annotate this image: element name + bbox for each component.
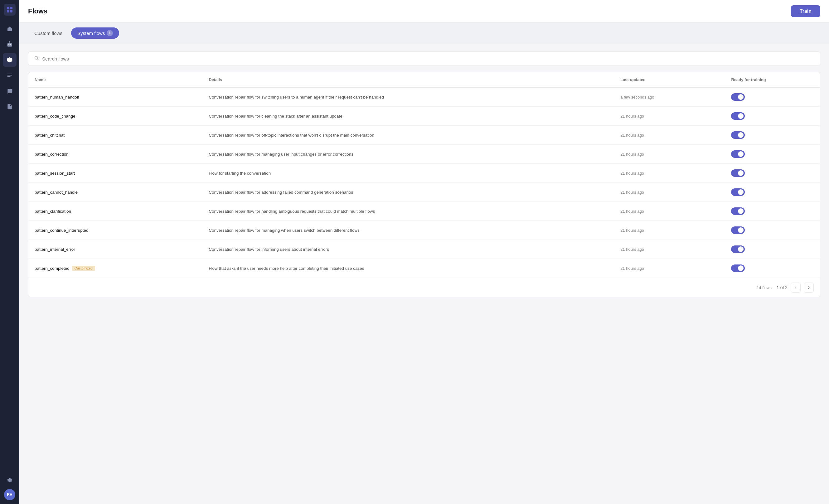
ready-toggle-3[interactable] (731, 150, 745, 158)
ready-toggle-1[interactable] (731, 112, 745, 120)
table: Name Details Last updated Ready for trai… (28, 72, 820, 278)
svg-line-14 (37, 59, 39, 60)
ready-toggle-0[interactable] (731, 93, 745, 101)
avatar[interactable]: RH (4, 489, 15, 500)
cell-ready-0 (725, 87, 820, 107)
flow-name: pattern_chitchat (35, 133, 65, 138)
sidebar: RH (0, 0, 19, 504)
svg-rect-11 (7, 75, 12, 75)
sidebar-item-settings[interactable] (3, 473, 16, 487)
cell-ready-3 (725, 145, 820, 164)
cell-details-1: Conversation repair flow for cleaning th… (203, 107, 614, 126)
svg-rect-12 (7, 76, 11, 77)
table-row: pattern_continue_interrupted Conversatio… (28, 221, 820, 240)
ready-toggle-7[interactable] (731, 226, 745, 234)
info-icon: ℹ (107, 30, 113, 36)
cell-details-5: Conversation repair flow for addressing … (203, 183, 614, 202)
cell-ready-7 (725, 221, 820, 240)
pagination-prev-button[interactable] (791, 283, 801, 293)
svg-rect-1 (10, 7, 12, 9)
cell-details-4: Flow for starting the conversation (203, 164, 614, 183)
svg-rect-0 (7, 7, 9, 9)
cell-details-7: Conversation repair flow for managing wh… (203, 221, 614, 240)
cell-name-8: pattern_internal_error (28, 240, 203, 259)
flow-name: pattern_cannot_handle (35, 190, 78, 194)
flow-name: pattern_human_handoff (35, 95, 79, 100)
cell-name-5: pattern_cannot_handle (28, 183, 203, 202)
tabs-area: Custom flows System flows ℹ (19, 23, 829, 44)
sidebar-item-flows[interactable] (3, 53, 16, 67)
table-row: pattern_correction Conversation repair f… (28, 145, 820, 164)
flow-name: pattern_continue_interrupted (35, 228, 88, 233)
ready-toggle-5[interactable] (731, 188, 745, 196)
flows-table: Name Details Last updated Ready for trai… (28, 72, 820, 297)
sidebar-item-responses[interactable] (3, 69, 16, 82)
search-icon (34, 56, 39, 62)
customized-badge: Customized (72, 266, 95, 271)
sidebar-item-home[interactable] (3, 22, 16, 36)
cell-updated-3: 21 hours ago (614, 145, 725, 164)
flow-name: pattern_clarification (35, 209, 71, 214)
cell-name-2: pattern_chitchat (28, 126, 203, 145)
pagination: 1 of 2 (777, 283, 814, 293)
sidebar-item-chat[interactable] (3, 84, 16, 98)
flow-name: pattern_correction (35, 152, 69, 156)
cell-updated-9: 21 hours ago (614, 259, 725, 278)
tab-custom-flows[interactable]: Custom flows (28, 28, 69, 39)
ready-toggle-2[interactable] (731, 131, 745, 139)
ready-toggle-6[interactable] (731, 207, 745, 215)
col-header-name: Name (28, 72, 203, 87)
ready-toggle-8[interactable] (731, 246, 745, 253)
cell-ready-2 (725, 126, 820, 145)
table-body: pattern_human_handoff Conversation repai… (28, 87, 820, 278)
ready-toggle-9[interactable] (731, 264, 745, 272)
svg-rect-3 (10, 10, 12, 12)
search-input[interactable] (42, 56, 814, 62)
flow-name: pattern_internal_error (35, 247, 75, 252)
sidebar-nav (3, 22, 16, 473)
cell-updated-4: 21 hours ago (614, 164, 725, 183)
cell-details-9: Flow that asks if the user needs more he… (203, 259, 614, 278)
search-bar (28, 51, 820, 66)
sidebar-bottom: RH (3, 473, 16, 500)
cell-details-6: Conversation repair flow for handling am… (203, 202, 614, 221)
pagination-next-button[interactable] (804, 283, 814, 293)
svg-rect-2 (7, 10, 9, 12)
train-button[interactable]: Train (791, 5, 820, 17)
cell-updated-7: 21 hours ago (614, 221, 725, 240)
page-title: Flows (28, 7, 47, 15)
table-footer: 14 flows 1 of 2 (28, 278, 820, 297)
cell-name-6: pattern_clarification (28, 202, 203, 221)
col-header-updated: Last updated (614, 72, 725, 87)
sidebar-item-bot[interactable] (3, 37, 16, 51)
cell-updated-8: 21 hours ago (614, 240, 725, 259)
table-row: pattern_code_change Conversation repair … (28, 107, 820, 126)
cell-name-9: pattern_completed Customized (28, 259, 203, 278)
pagination-label: 1 of 2 (777, 285, 788, 290)
svg-point-6 (10, 44, 11, 45)
ready-toggle-4[interactable] (731, 169, 745, 177)
table-row: pattern_human_handoff Conversation repai… (28, 87, 820, 107)
cell-details-3: Conversation repair flow for managing us… (203, 145, 614, 164)
cell-name-7: pattern_continue_interrupted (28, 221, 203, 240)
cell-details-0: Conversation repair flow for switching u… (203, 87, 614, 107)
sidebar-item-docs[interactable] (3, 100, 16, 113)
cell-name-4: pattern_session_start (28, 164, 203, 183)
sidebar-logo (4, 4, 15, 15)
flows-count: 14 flows (757, 285, 771, 290)
table-row: pattern_chitchat Conversation repair flo… (28, 126, 820, 145)
table-row: pattern_completed Customized Flow that a… (28, 259, 820, 278)
cell-ready-9 (725, 259, 820, 278)
svg-point-5 (8, 44, 9, 45)
cell-ready-6 (725, 202, 820, 221)
cell-name-0: pattern_human_handoff (28, 87, 203, 107)
cell-name-3: pattern_correction (28, 145, 203, 164)
cell-updated-0: a few seconds ago (614, 87, 725, 107)
main-content: Flows Train Custom flows System flows ℹ … (19, 0, 829, 504)
svg-marker-9 (7, 58, 12, 63)
cell-name-1: pattern_code_change (28, 107, 203, 126)
cell-ready-4 (725, 164, 820, 183)
header: Flows Train (19, 0, 829, 23)
tab-system-flows[interactable]: System flows ℹ (71, 28, 119, 39)
cell-details-2: Conversation repair flow for off-topic i… (203, 126, 614, 145)
